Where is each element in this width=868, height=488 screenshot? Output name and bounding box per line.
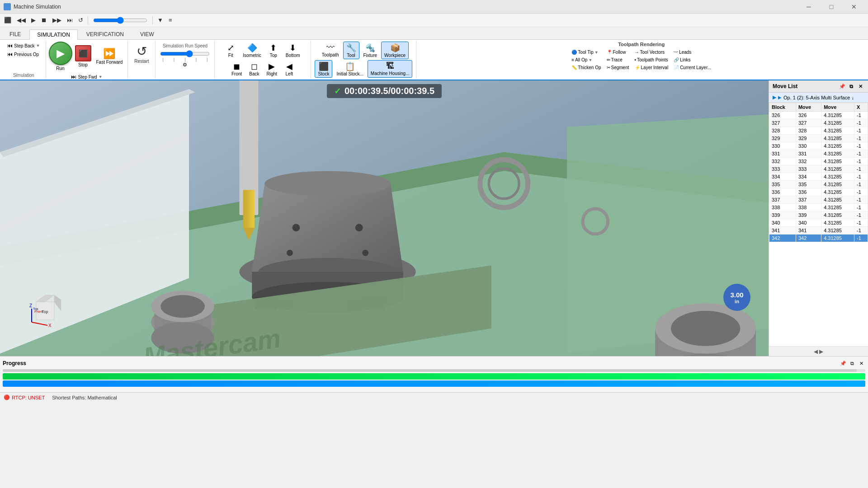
move-list-table: Block Move Move X 3263264.31285-13273274… xyxy=(769,103,868,346)
left-view-button[interactable]: ◀ Left xyxy=(281,60,297,78)
table-row[interactable]: 3273274.31285-1 xyxy=(769,119,868,127)
tab-simulation[interactable]: SIMULATION xyxy=(29,29,77,40)
viewport[interactable]: Mastercam ✓ 00:00:39.5/00:00:39.5 xyxy=(0,80,769,356)
previous-op-button[interactable]: ⏮ Previous Op xyxy=(5,50,43,58)
back-view-button[interactable]: ◻ Back xyxy=(246,60,262,78)
step-back-button[interactable]: ⏮ Step Back ▼ xyxy=(5,42,43,50)
move-list-scrollbar[interactable]: ◀ ▶ xyxy=(769,346,868,356)
qat-skip-button[interactable]: ⏭ xyxy=(65,15,75,25)
progress-area: Progress 📌 ⧉ ✕ xyxy=(0,356,868,392)
qat-restart-button[interactable]: ↺ xyxy=(76,15,85,25)
speed-settings-icon[interactable]: ⚙ xyxy=(183,62,187,68)
links-button[interactable]: 🔗Links xyxy=(671,56,713,63)
qat-rewind-button[interactable]: ◀◀ xyxy=(14,15,28,25)
table-row[interactable]: 3333334.31285-1 xyxy=(769,165,868,173)
ribbon-group-toolpath-rendering: Toolpath Rendering 🔵Tool Tip▼ 📍Follow →T… xyxy=(416,41,866,79)
table-row[interactable]: 3363364.31285-1 xyxy=(769,188,868,196)
window-controls: ─ □ ✕ xyxy=(798,0,864,14)
front-view-button[interactable]: ◼ Front xyxy=(228,60,245,78)
thicken-op-button[interactable]: 📏Thicken Op xyxy=(569,64,603,71)
run-button[interactable]: ▶ xyxy=(49,42,72,65)
ribbon-group-restart: ↺ Restart xyxy=(128,41,156,79)
move-list-close-button[interactable]: ✕ xyxy=(856,82,864,90)
qat-settings-button[interactable]: ≡ xyxy=(166,15,175,25)
tab-file[interactable]: FILE xyxy=(2,29,28,39)
svg-point-25 xyxy=(151,291,214,322)
layer-interval-button[interactable]: ⚡Layer Interval xyxy=(632,64,671,71)
workpiece-vis-button[interactable]: 📦 Workpiece xyxy=(381,42,409,59)
qat-stop-button[interactable]: ⏹ xyxy=(39,15,49,25)
svg-rect-0 xyxy=(0,80,769,356)
stop-button[interactable]: ⬛ xyxy=(75,45,91,61)
qat-menu-button[interactable]: ⬛ xyxy=(2,15,14,25)
top-view-button[interactable]: ⬆ Top xyxy=(265,42,282,59)
step-fwd-button[interactable]: ⏭ Step Fwd ▼ xyxy=(68,73,105,81)
col-move1: Move xyxy=(796,103,821,112)
all-op-button[interactable]: ≡All Op▼ xyxy=(569,56,603,63)
table-row[interactable]: 3383384.31285-1 xyxy=(769,204,868,211)
table-row[interactable]: 3293294.31285-1 xyxy=(769,135,868,142)
table-row[interactable]: 3283284.31285-1 xyxy=(769,127,868,135)
progress-pin-button[interactable]: 📌 xyxy=(839,359,847,367)
tool-vectors-button[interactable]: →Tool Vectors xyxy=(632,49,671,56)
machine-housing-button[interactable]: 🏗 Machine Housing... xyxy=(368,60,413,78)
isometric-view-button[interactable]: 🔷 Isometric xyxy=(240,42,264,59)
table-row[interactable]: 3353354.31285-1 xyxy=(769,181,868,188)
table-row[interactable]: 3313314.31285-1 xyxy=(769,150,868,158)
table-row[interactable]: 3403404.31285-1 xyxy=(769,219,868,227)
op-tree-item[interactable]: ▶ ▶ Op. 1 (2): 5-Axis Multi Surface ↓ xyxy=(769,93,868,103)
fast-forward-button[interactable]: ⏩ Fast Forward xyxy=(94,47,125,66)
svg-point-29 xyxy=(655,354,756,356)
step-back-icon: ⏮ xyxy=(7,42,13,49)
table-row[interactable]: 3323324.31285-1 xyxy=(769,158,868,165)
fit-view-button[interactable]: ⤢ Fit xyxy=(222,42,239,59)
fast-forward-label: Fast Forward xyxy=(96,60,123,65)
segment-button[interactable]: ✂Segment xyxy=(604,64,632,71)
timer-check-icon: ✓ xyxy=(334,86,341,96)
toolpath-points-button[interactable]: •Toolpath Points xyxy=(632,56,671,63)
table-row[interactable]: 3413414.31285-1 xyxy=(769,227,868,235)
progress-float-button[interactable]: ⧉ xyxy=(848,359,856,367)
maximize-button[interactable]: □ xyxy=(821,0,842,14)
simulation-speed-slider[interactable] xyxy=(160,50,210,57)
table-row[interactable]: 3343344.31285-1 xyxy=(769,173,868,181)
svg-point-26 xyxy=(160,295,205,318)
stock-vis-button[interactable]: ⬛ Stock xyxy=(315,60,332,78)
tab-view[interactable]: VIEW xyxy=(132,29,162,39)
speed-slider-qat[interactable] xyxy=(93,17,147,24)
table-row[interactable]: 3423424.31285-1 xyxy=(769,235,868,242)
restart-button[interactable]: ↺ Restart xyxy=(131,42,152,67)
table-row[interactable]: 3373374.31285-1 xyxy=(769,196,868,204)
move-list-pin-button[interactable]: 📌 xyxy=(838,82,846,90)
qat-extra-button[interactable]: ▼ xyxy=(155,15,165,25)
svg-text:Mastercam: Mastercam xyxy=(142,323,283,356)
table-row[interactable]: 3303304.31285-1 xyxy=(769,142,868,150)
move-list-title: Move List xyxy=(773,83,797,89)
leads-button[interactable]: 〰Leads xyxy=(671,49,713,56)
shortest-paths-label: Shortest Paths: Mathematical xyxy=(52,395,117,400)
bottom-view-button[interactable]: ⬇ Bottom xyxy=(283,42,303,59)
ribbon-group-speed: Simulation Run Speed | | | | | ⚙ xyxy=(156,41,215,79)
table-row[interactable]: 3263264.31285-1 xyxy=(769,112,868,119)
svg-point-38 xyxy=(489,169,519,199)
close-button[interactable]: ✕ xyxy=(844,0,864,14)
fixture-vis-button[interactable]: 🔩 Fixture xyxy=(360,42,381,59)
bottom-icon: ⬇ xyxy=(289,43,296,53)
minimize-button[interactable]: ─ xyxy=(798,0,819,14)
trace-button[interactable]: ✏Trace xyxy=(604,56,632,63)
tool-vis-button[interactable]: 🔧 Tool xyxy=(343,42,359,59)
right-view-button[interactable]: ▶ Right xyxy=(264,60,280,78)
tool-tip-button[interactable]: 🔵Tool Tip▼ xyxy=(569,49,603,56)
move-list-float-button[interactable]: ⧉ xyxy=(847,82,855,90)
qat-ff-button[interactable]: ▶▶ xyxy=(50,15,64,25)
svg-line-49 xyxy=(32,322,47,325)
follow-button[interactable]: 📍Follow xyxy=(604,49,632,56)
progress-close-button[interactable]: ✕ xyxy=(857,359,865,367)
current-layer-button[interactable]: 📄Current Layer... xyxy=(671,64,713,71)
qat-play-button[interactable]: ▶ xyxy=(29,15,38,25)
initial-stock-button[interactable]: 📋 Initial Stock... xyxy=(333,60,366,78)
table-row[interactable]: 3393394.31285-1 xyxy=(769,211,868,219)
workpiece-vis-icon: 📦 xyxy=(390,43,400,53)
toolpath-vis-button[interactable]: 〰 Toolpath xyxy=(319,42,342,59)
tab-verification[interactable]: VERIFICATION xyxy=(79,29,132,39)
